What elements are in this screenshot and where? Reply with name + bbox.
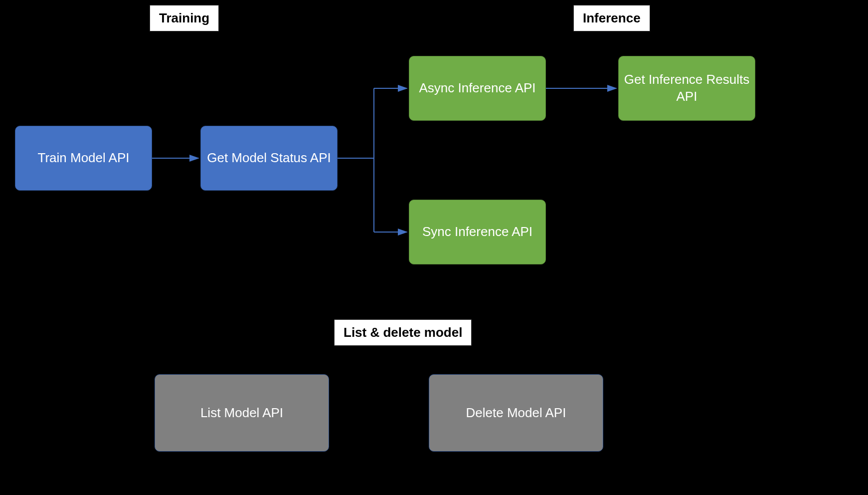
box-get-inference-results-api: Get Inference Results API — [618, 56, 755, 121]
box-train-model-api: Train Model API — [15, 126, 152, 191]
box-async-inference-api: Async Inference API — [409, 56, 546, 121]
header-training: Training — [150, 5, 219, 31]
box-delete-model-api: Delete Model API — [429, 374, 603, 452]
header-inference: Inference — [573, 5, 650, 31]
box-get-model-status-api: Get Model Status API — [200, 126, 338, 191]
header-list-delete: List & delete model — [334, 319, 472, 346]
box-list-model-api: List Model API — [155, 374, 329, 452]
box-sync-inference-api: Sync Inference API — [409, 200, 546, 264]
